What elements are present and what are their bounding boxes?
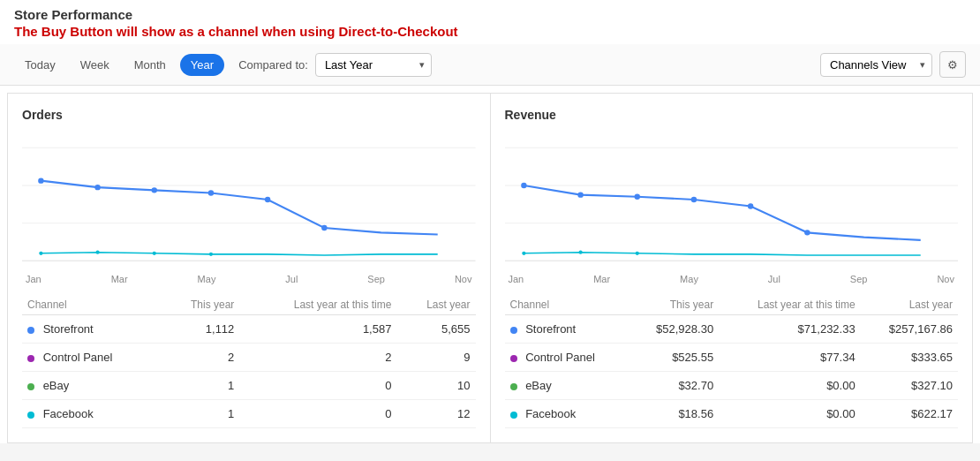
this-year-cell: $32.70	[629, 372, 719, 400]
svg-point-8	[265, 197, 270, 202]
table-row: Storefront $52,928.30 $71,232.33 $257,16…	[505, 315, 959, 344]
svg-point-20	[634, 194, 639, 200]
compared-to-label: Compared to:	[238, 58, 308, 72]
rev-x-label-jan: Jan	[509, 274, 524, 284]
x-label-jul: Jul	[285, 274, 298, 284]
toolbar-right: Channels View ⚙	[820, 51, 966, 78]
rev-col-this-year: This year	[629, 295, 719, 315]
channel-name: Facebook	[43, 407, 94, 420]
this-year-cell: $52,928.30	[629, 315, 719, 344]
last-year-at-this-time-cell: $77.34	[719, 344, 861, 372]
this-year-cell: $525.55	[629, 344, 719, 372]
channel-cell: Facebook	[22, 400, 161, 428]
revenue-x-labels: Jan Mar May Jul Sep Nov	[505, 274, 959, 284]
channels-view-select-wrap: Channels View	[820, 53, 932, 77]
toolbar: Today Week Month Year Compared to: Last …	[0, 44, 980, 86]
last-year-at-this-time-cell: 2	[239, 344, 396, 372]
channel-name: eBay	[525, 379, 552, 392]
last-year-cell: $622.17	[861, 400, 958, 428]
channel-cell: eBay	[22, 372, 161, 400]
settings-button[interactable]: ⚙	[939, 51, 966, 78]
svg-point-12	[153, 252, 156, 255]
channel-dot	[27, 327, 34, 334]
revenue-table: Channel This year Last year at this time…	[505, 295, 959, 428]
svg-point-19	[577, 192, 583, 197]
last-year-cell: 12	[396, 400, 475, 428]
channel-name: Control Panel	[525, 351, 595, 364]
channel-dot	[27, 383, 34, 390]
orders-col-this-year: This year	[161, 295, 239, 315]
orders-x-labels: Jan Mar May Jul Sep Nov	[22, 274, 476, 284]
this-year-cell: 2	[161, 344, 239, 372]
channel-dot	[27, 412, 34, 419]
last-year-at-this-time-cell: $0.00	[719, 372, 861, 400]
channel-name: Storefront	[525, 322, 576, 336]
tab-year[interactable]: Year	[180, 54, 224, 76]
channel-cell: Control Panel	[22, 344, 161, 372]
last-year-cell: $257,167.86	[861, 315, 958, 344]
this-year-cell: 1,112	[161, 315, 239, 344]
main-content: Orders	[7, 93, 973, 443]
this-year-cell: 1	[161, 400, 239, 428]
store-title: Store Performance	[14, 7, 966, 22]
this-year-cell: $18.56	[629, 400, 719, 428]
channel-dot	[27, 355, 34, 362]
rev-col-channel: Channel	[505, 295, 630, 315]
channel-dot	[510, 383, 517, 390]
last-year-cell: $327.10	[861, 372, 958, 400]
orders-panel: Orders	[8, 94, 491, 442]
channel-dot	[510, 327, 517, 334]
channel-cell: Facebook	[505, 400, 630, 428]
channels-view-select[interactable]: Channels View	[820, 53, 932, 77]
channel-dot	[510, 412, 517, 419]
table-row: Facebook $18.56 $0.00 $622.17	[505, 400, 959, 428]
svg-point-23	[804, 230, 810, 235]
table-row: Control Panel $525.55 $77.34 $333.65	[505, 344, 959, 372]
svg-point-9	[321, 225, 327, 230]
rev-col-last-year: Last year	[861, 295, 958, 315]
orders-chart	[22, 129, 476, 270]
x-label-sep: Sep	[367, 274, 385, 284]
last-year-at-this-time-cell: $71,232.33	[719, 315, 861, 344]
rev-x-label-mar: Mar	[593, 274, 610, 284]
table-row: eBay $32.70 $0.00 $327.10	[505, 372, 959, 400]
rev-x-label-jul: Jul	[768, 274, 780, 284]
tab-week[interactable]: Week	[70, 54, 120, 76]
channel-cell: Control Panel	[505, 344, 630, 372]
last-year-cell: 9	[396, 344, 475, 372]
x-label-jan: Jan	[26, 274, 41, 284]
rev-col-last-year-at-this-time: Last year at this time	[719, 295, 861, 315]
svg-point-4	[38, 178, 43, 183]
rev-x-label-may: May	[680, 274, 698, 284]
buy-button-notice: The Buy Button will show as a channel wh…	[14, 24, 966, 39]
svg-point-7	[208, 190, 214, 195]
last-year-cell: 5,655	[396, 315, 475, 344]
tab-today[interactable]: Today	[14, 54, 66, 76]
svg-point-10	[39, 252, 42, 255]
orders-col-last-year-at-this-time: Last year at this time	[239, 295, 396, 315]
last-year-at-this-time-cell: 0	[239, 400, 396, 428]
svg-point-24	[522, 252, 525, 255]
svg-point-11	[95, 251, 99, 254]
orders-panel-title: Orders	[22, 108, 476, 122]
last-year-cell: $333.65	[861, 344, 958, 372]
x-label-nov: Nov	[455, 274, 472, 284]
last-year-cell: 10	[396, 372, 475, 400]
tab-month[interactable]: Month	[124, 54, 177, 76]
rev-x-label-nov: Nov	[937, 274, 954, 284]
svg-point-13	[209, 253, 213, 256]
svg-point-21	[690, 197, 696, 202]
x-label-may: May	[198, 274, 216, 284]
gear-icon: ⚙	[947, 58, 958, 72]
period-tabs: Today Week Month Year	[14, 54, 224, 76]
last-year-at-this-time-cell: 0	[239, 372, 396, 400]
svg-point-18	[521, 183, 526, 188]
last-year-at-this-time-cell: $0.00	[719, 400, 861, 428]
svg-point-5	[94, 185, 100, 190]
orders-col-last-year: Last year	[396, 295, 475, 315]
channel-cell: Storefront	[505, 315, 630, 344]
svg-point-22	[747, 203, 752, 208]
channel-cell: eBay	[505, 372, 630, 400]
table-row: eBay 1 0 10	[22, 372, 476, 400]
compared-to-select[interactable]: Last Year Previous Period	[315, 53, 432, 77]
